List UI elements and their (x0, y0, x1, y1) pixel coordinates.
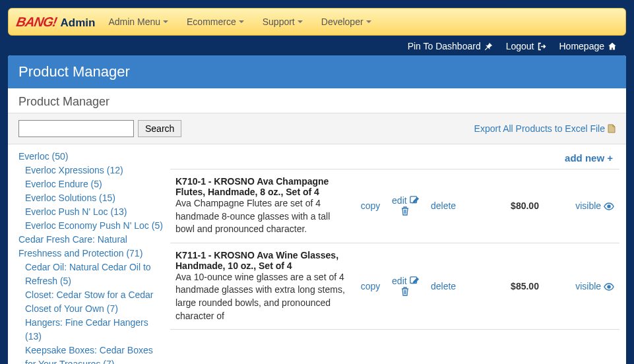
export-link[interactable]: Export All Products to Excel File (474, 123, 616, 134)
category-link[interactable]: Everloc Solutions (15) (18, 191, 165, 205)
product-price: $85.00 (462, 243, 544, 329)
top-links: Pin To Dashboard Logout Homepage (8, 36, 626, 55)
page-title: Product Manager (8, 55, 626, 88)
category-link[interactable]: Everloc (50) (18, 150, 165, 164)
home-icon (608, 42, 617, 51)
brand: BANG! Admin (16, 15, 95, 30)
nav-label: Ecommerce (187, 16, 236, 27)
nav-label: Support (263, 16, 295, 27)
product-main: add new + K710-1 - KROSNO Ava Champagne … (170, 150, 626, 364)
category-sidebar: Everloc (50)Everloc Xpressions (12)Everl… (18, 150, 170, 364)
nav-support[interactable]: Support (263, 16, 303, 27)
category-link[interactable]: Cedar Oil: Natural Cedar Oil to Refresh … (18, 260, 165, 288)
chevron-down-icon (298, 20, 303, 23)
category-link[interactable]: Keepsake Boxes: Cedar Boxes for Your Tre… (18, 344, 165, 364)
homepage-link[interactable]: Homepage (559, 41, 618, 51)
brand-logo: BANG! (15, 15, 58, 30)
chevron-down-icon (163, 20, 168, 23)
product-price: $80.00 (462, 169, 544, 243)
product-table: K710-1 - KROSNO Ava Champagne Flutes, Ha… (170, 169, 619, 330)
edit-icon (410, 276, 419, 286)
edit-icon (410, 195, 419, 206)
pin-to-dashboard-link[interactable]: Pin To Dashboard (408, 41, 493, 51)
product-title: K711-1 - KROSNO Ava Wine Glasses, Handma… (175, 250, 350, 271)
edit-button[interactable]: edit (386, 169, 425, 243)
toolbar: Search Export All Products to Excel File (8, 113, 626, 144)
svg-point-3 (608, 286, 610, 288)
pin-icon (484, 42, 493, 51)
trash-icon (401, 286, 409, 297)
nav-label: Developer (321, 16, 364, 27)
product-title: K710-1 - KROSNO Ava Champagne Flutes, Ha… (175, 176, 350, 197)
product-description: Ava Champagne Flutes are set of 4 handma… (175, 197, 350, 236)
chevron-down-icon (366, 20, 371, 23)
file-icon (608, 124, 616, 133)
add-new-button[interactable]: add new + (565, 152, 613, 164)
nav-admin-menu[interactable]: Admin Menu (108, 16, 168, 27)
visible-toggle[interactable]: visible (544, 169, 619, 243)
table-row: K711-1 - KROSNO Ava Wine Glasses, Handma… (170, 243, 619, 329)
category-link[interactable]: Everloc Xpressions (12) (18, 164, 165, 177)
category-link[interactable]: Closet: Cedar Stow for a Cedar Closet of… (18, 288, 165, 316)
add-new-row: add new + (170, 150, 619, 169)
delete-button[interactable]: delete (425, 243, 462, 329)
export-label: Export All Products to Excel File (474, 123, 605, 134)
copy-button[interactable]: copy (355, 243, 386, 329)
trash-icon (401, 206, 409, 216)
visible-toggle[interactable]: visible (544, 243, 619, 329)
eye-icon (604, 281, 614, 291)
copy-button[interactable]: copy (355, 169, 386, 243)
logout-link[interactable]: Logout (506, 41, 546, 51)
search-button[interactable]: Search (138, 120, 181, 137)
content-area: Everloc (50)Everloc Xpressions (12)Everl… (8, 144, 626, 364)
nav-menu: Admin Menu Ecommerce Support Developer (108, 16, 371, 27)
top-navbar: BANG! Admin Admin Menu Ecommerce Support… (8, 8, 626, 36)
category-link[interactable]: Everloc Endure (5) (18, 177, 165, 191)
nav-ecommerce[interactable]: Ecommerce (187, 16, 244, 27)
delete-button[interactable]: delete (425, 169, 462, 243)
nav-developer[interactable]: Developer (321, 16, 371, 27)
plus-icon: + (607, 152, 613, 164)
category-link[interactable]: Hangers: Fine Cedar Hangers (13) (18, 316, 165, 344)
search-input[interactable] (18, 120, 134, 137)
product-description: Ava 10-ounce wine glasses are a set of 4… (175, 271, 350, 322)
logout-icon (538, 42, 546, 51)
category-link[interactable]: Everloc Economy Push N' Loc (5) (18, 219, 165, 233)
eye-icon (604, 200, 614, 211)
edit-button[interactable]: edit (386, 243, 425, 329)
link-label: Pin To Dashboard (408, 41, 481, 51)
page-subtitle: Product Manager (8, 88, 626, 113)
category-link[interactable]: Cedar Fresh Care: Natural Freshness and … (18, 233, 165, 260)
category-link[interactable]: Everloc Push N' Loc (13) (18, 205, 165, 219)
link-label: Homepage (559, 41, 605, 51)
chevron-down-icon (239, 20, 244, 23)
main-panel: Product Manager Product Manager Search E… (8, 55, 626, 364)
link-label: Logout (506, 41, 534, 51)
table-row: K710-1 - KROSNO Ava Champagne Flutes, Ha… (170, 169, 619, 243)
add-new-label: add new (565, 152, 604, 164)
svg-point-1 (608, 205, 610, 208)
nav-label: Admin Menu (108, 16, 160, 27)
brand-suffix: Admin (61, 16, 96, 30)
